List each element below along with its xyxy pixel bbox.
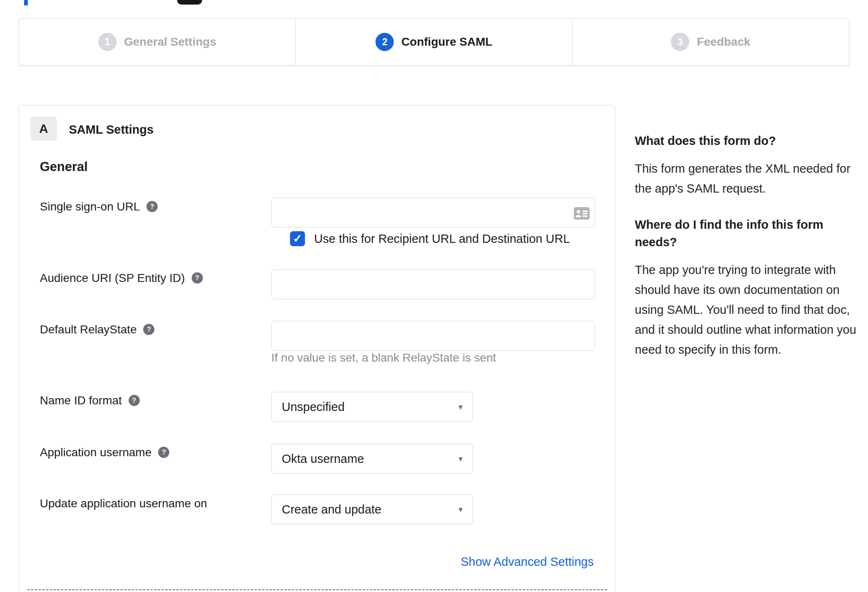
- name-id-format-select[interactable]: Unspecified ▾: [271, 392, 473, 422]
- field-label-text: Single sign-on URL: [40, 200, 140, 213]
- show-advanced-settings-link[interactable]: Show Advanced Settings: [461, 555, 594, 569]
- step-feedback[interactable]: 3 Feedback: [573, 19, 849, 65]
- help-icon[interactable]: ?: [146, 201, 158, 212]
- clipped-title-fragment-blue: [24, 0, 28, 5]
- wizard-stepper: 1 General Settings 2 Configure SAML 3 Fe…: [19, 18, 849, 66]
- checkbox-checked[interactable]: ✓: [290, 231, 305, 246]
- step-label: Configure SAML: [401, 35, 492, 49]
- checkmark-icon: ✓: [293, 232, 302, 245]
- help-icon[interactable]: ?: [143, 324, 154, 335]
- field-label-text: Audience URI (SP Entity ID): [40, 272, 185, 284]
- section-a-badge: A: [30, 117, 57, 141]
- default-relaystate-label: Default RelayState?: [40, 323, 154, 336]
- help-icon[interactable]: ?: [158, 447, 169, 458]
- update-application-username-select[interactable]: Create and update ▾: [271, 494, 473, 524]
- chevron-down-icon: ▾: [458, 402, 463, 412]
- saml-settings-card: A SAML Settings General Single sign-on U…: [19, 105, 615, 592]
- step-label: General Settings: [124, 35, 217, 49]
- select-value: Create and update: [282, 503, 381, 516]
- section-title: SAML Settings: [69, 123, 154, 137]
- field-label-text: Default RelayState: [40, 323, 137, 336]
- chevron-down-icon: ▾: [458, 504, 463, 514]
- field-label-text: Application username: [40, 446, 151, 459]
- help-icon[interactable]: ?: [192, 272, 203, 284]
- audience-uri-input[interactable]: [271, 269, 595, 299]
- dashed-divider: [27, 589, 607, 590]
- application-username-label: Application username?: [40, 446, 169, 459]
- chevron-down-icon: ▾: [458, 454, 463, 464]
- step-general-settings[interactable]: 1 General Settings: [19, 19, 296, 65]
- application-username-select[interactable]: Okta username ▾: [271, 444, 473, 474]
- help-icon[interactable]: ?: [129, 395, 140, 406]
- step-number-badge: 2: [375, 33, 394, 51]
- contact-card-icon: [574, 207, 590, 220]
- help-heading-2: Where do I find the info this form needs…: [635, 216, 862, 251]
- help-heading-1: What does this form do?: [635, 132, 862, 149]
- step-configure-saml[interactable]: 2 Configure SAML: [296, 19, 573, 65]
- field-label-text: Name ID format: [40, 394, 122, 407]
- audience-uri-label: Audience URI (SP Entity ID)?: [40, 272, 203, 285]
- default-relaystate-input[interactable]: [271, 321, 595, 351]
- update-application-username-label: Update application username on: [40, 497, 207, 510]
- select-value: Unspecified: [282, 400, 345, 414]
- field-label-text: Update application username on: [40, 497, 207, 510]
- recipient-url-checkbox-row[interactable]: ✓ Use this for Recipient URL and Destina…: [290, 231, 570, 246]
- step-number-badge: 1: [98, 33, 117, 51]
- select-value: Okta username: [282, 452, 364, 466]
- help-body-1: This form generates the XML needed for t…: [635, 159, 862, 198]
- help-sidebar: What does this form do? This form genera…: [635, 132, 862, 377]
- checkbox-label: Use this for Recipient URL and Destinati…: [314, 232, 570, 246]
- single-sign-on-url-input[interactable]: [271, 198, 595, 228]
- name-id-format-label: Name ID format?: [40, 394, 140, 407]
- clipped-title-fragment-dark: [177, 0, 202, 5]
- step-label: Feedback: [697, 35, 750, 49]
- relaystate-helper-text: If no value is set, a blank RelayState i…: [271, 351, 496, 364]
- help-body-2: The app you're trying to integrate with …: [635, 260, 862, 360]
- step-number-badge: 3: [671, 33, 689, 51]
- single-sign-on-url-label: Single sign-on URL?: [40, 200, 158, 213]
- group-title-general: General: [40, 159, 88, 174]
